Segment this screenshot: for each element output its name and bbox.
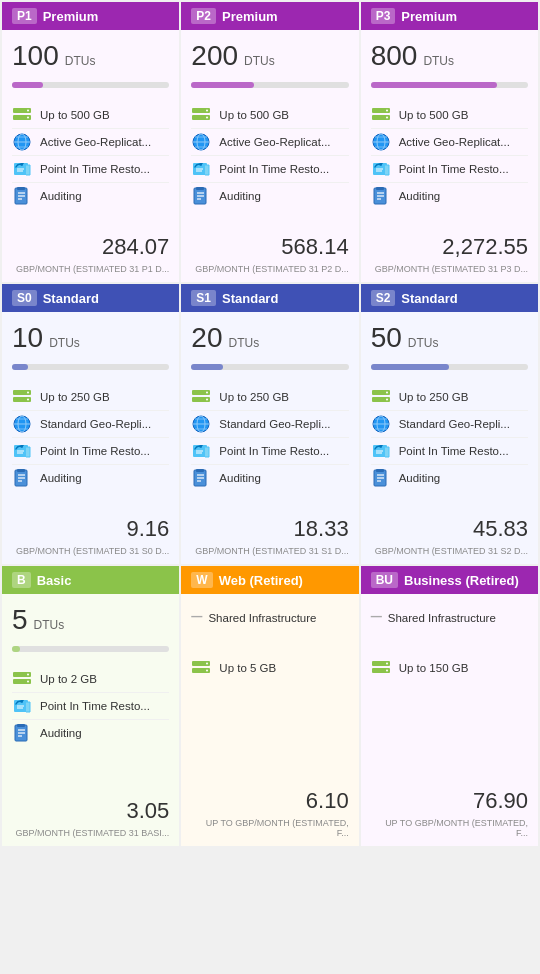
restore-icon — [371, 161, 391, 177]
tier-badge-b: B — [12, 572, 31, 588]
feature-item-s2-0: Up to 250 GB — [371, 384, 528, 410]
price-value-s1: 18.33 — [191, 516, 348, 542]
feature-list-p1: Up to 500 GB Active Geo-Replicat... Poin… — [2, 98, 179, 226]
slider-fill-s1 — [191, 364, 222, 370]
feature-item-b-1: Point In Time Resto... — [12, 692, 169, 719]
price-unit-p1: GBP/MONTH (ESTIMATED 31 P1 D... — [2, 264, 179, 282]
svg-point-57 — [27, 399, 29, 401]
storage-icon — [191, 107, 211, 123]
feature-item-p3-0: Up to 500 GB — [371, 102, 528, 128]
restore-icon — [12, 443, 32, 459]
feature-item-p2-1: Active Geo-Replicat... — [191, 128, 348, 155]
svg-point-39 — [386, 117, 388, 119]
dtu-row-p1: 100DTUs — [2, 30, 179, 78]
price-value-p2: 568.14 — [191, 234, 348, 260]
dtu-label-s2: DTUs — [408, 336, 439, 350]
restore-icon — [191, 443, 211, 459]
svg-point-110 — [27, 674, 29, 676]
card-s0[interactable]: S0Standard10DTUs Up to 250 GB Standard G… — [2, 284, 179, 564]
slider-p3[interactable] — [371, 82, 528, 88]
feature-text-s2-1: Standard Geo-Repli... — [399, 418, 510, 430]
storage-icon — [371, 389, 391, 405]
svg-point-127 — [386, 663, 388, 665]
price-value-s0: 9.16 — [12, 516, 169, 542]
restore-icon — [371, 443, 391, 459]
slider-p1[interactable] — [12, 82, 169, 88]
svg-point-3 — [27, 117, 29, 119]
audit-icon — [12, 725, 32, 741]
card-p2[interactable]: P2Premium200DTUs Up to 500 GB Active Geo… — [181, 2, 358, 282]
price-value-s2: 45.83 — [371, 516, 528, 542]
dtu-label-p3: DTUs — [423, 54, 454, 68]
feature-text-p1-1: Active Geo-Replicat... — [40, 136, 151, 148]
price-section-w: 6.10 — [181, 780, 358, 818]
dtu-row-w: –Shared Infrastructure — [181, 594, 358, 633]
card-w[interactable]: WWeb (Retired)–Shared Infrastructure Up … — [181, 566, 358, 846]
feature-text-s0-2: Point In Time Resto... — [40, 445, 150, 457]
card-header-w: WWeb (Retired) — [181, 566, 358, 594]
svg-point-75 — [206, 399, 208, 401]
card-header-p1: P1Premium — [2, 2, 179, 30]
restore-icon — [12, 698, 32, 714]
feature-list-s0: Up to 250 GB Standard Geo-Repli... Point… — [2, 380, 179, 508]
price-unit-bu: UP TO GBP/MONTH (ESTIMATED, F... — [361, 818, 538, 846]
feature-item-p1-3: Auditing — [12, 182, 169, 209]
slider-b[interactable] — [12, 646, 169, 652]
slider-s2[interactable] — [371, 364, 528, 370]
feature-text-p2-3: Auditing — [219, 190, 261, 202]
feature-text-b-0: Up to 2 GB — [40, 673, 97, 685]
svg-point-123 — [206, 663, 208, 665]
price-value-bu: 76.90 — [371, 788, 528, 814]
feature-text-s1-3: Auditing — [219, 472, 261, 484]
feature-text-s1-0: Up to 250 GB — [219, 391, 289, 403]
slider-s1[interactable] — [191, 364, 348, 370]
svg-point-20 — [206, 110, 208, 112]
feature-text-p1-0: Up to 500 GB — [40, 109, 110, 121]
storage-icon — [12, 389, 32, 405]
dtu-value-p2: 200 — [191, 40, 238, 72]
tier-name-p1: Premium — [43, 9, 99, 24]
feature-text-s2-3: Auditing — [399, 472, 441, 484]
card-header-s1: S1Standard — [181, 284, 358, 312]
audit-icon — [371, 188, 391, 204]
svg-rect-120 — [17, 724, 25, 727]
card-header-bu: BUBusiness (Retired) — [361, 566, 538, 594]
dtu-label-s1: DTUs — [228, 336, 259, 350]
price-section-s1: 18.33 — [181, 508, 358, 546]
dash-w: – — [191, 604, 202, 627]
price-unit-w: UP TO GBP/MONTH (ESTIMATED, F... — [181, 818, 358, 846]
card-bu[interactable]: BUBusiness (Retired)–Shared Infrastructu… — [361, 566, 538, 846]
audit-icon — [371, 470, 391, 486]
card-b[interactable]: BBasic5DTUs Up to 2 GB Point In Time Res… — [2, 566, 179, 846]
feature-item-p2-2: Point In Time Resto... — [191, 155, 348, 182]
feature-item-s2-3: Auditing — [371, 464, 528, 491]
price-unit-s0: GBP/MONTH (ESTIMATED 31 S0 D... — [2, 546, 179, 564]
feature-item-s0-0: Up to 250 GB — [12, 384, 169, 410]
card-p1[interactable]: P1Premium100DTUs Up to 500 GB Active Geo… — [2, 2, 179, 282]
feature-list-bu: Up to 150 GB — [361, 651, 538, 780]
dtu-label-p1: DTUs — [65, 54, 96, 68]
card-s1[interactable]: S1Standard20DTUs Up to 250 GB Standard G… — [181, 284, 358, 564]
feature-list-b: Up to 2 GB Point In Time Resto... Auditi… — [2, 662, 179, 790]
tier-name-w: Web (Retired) — [219, 573, 303, 588]
card-p3[interactable]: P3Premium800DTUs Up to 500 GB Active Geo… — [361, 2, 538, 282]
tier-name-s1: Standard — [222, 291, 278, 306]
price-unit-p2: GBP/MONTH (ESTIMATED 31 P2 D... — [181, 264, 358, 282]
slider-s0[interactable] — [12, 364, 169, 370]
card-s2[interactable]: S2Standard50DTUs Up to 250 GB Standard G… — [361, 284, 538, 564]
feature-item-p1-1: Active Geo-Replicat... — [12, 128, 169, 155]
audit-icon — [12, 188, 32, 204]
card-header-s0: S0Standard — [2, 284, 179, 312]
shared-label-w: Shared Infrastructure — [208, 612, 316, 624]
price-section-s0: 9.16 — [2, 508, 179, 546]
svg-rect-35 — [196, 187, 204, 190]
geo-icon — [371, 416, 391, 432]
feature-text-p2-1: Active Geo-Replicat... — [219, 136, 330, 148]
dtu-label-s0: DTUs — [49, 336, 80, 350]
feature-text-b-1: Point In Time Resto... — [40, 700, 150, 712]
dtu-row-s1: 20DTUs — [181, 312, 358, 360]
slider-p2[interactable] — [191, 82, 348, 88]
feature-list-s2: Up to 250 GB Standard Geo-Repli... Point… — [361, 380, 538, 508]
feature-item-b-2: Auditing — [12, 719, 169, 746]
svg-rect-71 — [17, 469, 25, 472]
